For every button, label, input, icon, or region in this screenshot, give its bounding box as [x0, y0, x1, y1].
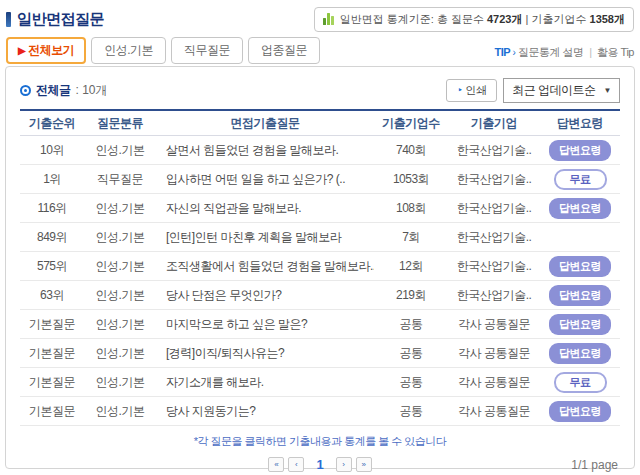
row-company-count: 108회: [374, 200, 448, 217]
row-rank: 849위: [20, 229, 84, 246]
table-row[interactable]: 849위 인성.기본 [인턴]인턴 마친후 계획을 말해보라 7회 한국산업기술…: [20, 223, 620, 252]
col-header-company: 기출기업: [448, 115, 540, 132]
col-header-question: 면접기출질문: [156, 115, 374, 132]
top-header: 일반면접질문 일반면접 통계기준: 총 질문수 4723개 | 기출기업수 13…: [0, 0, 640, 32]
total-question-count: 4723개: [487, 13, 522, 25]
row-rank: 10위: [20, 142, 84, 159]
tip-link-usage[interactable]: 활용 Tip: [597, 46, 634, 58]
pagination: « ‹ 1 › »: [20, 457, 620, 472]
chevron-down-icon: ▼: [604, 86, 611, 95]
row-question-link[interactable]: 살면서 힘들었던 경험을 말해보라.: [156, 142, 374, 159]
title-accent-bar: [6, 12, 11, 27]
row-rank: 기본질문: [20, 403, 84, 420]
row-company-count: 공통: [374, 345, 448, 362]
title-wrap: 일반면접질문: [6, 10, 104, 29]
general-interview-questions-page: 일반면접질문 일반면접 통계기준: 총 질문수 4723개 | 기출기업수 13…: [0, 0, 640, 475]
row-rank: 63위: [20, 287, 84, 304]
list-toolbar: 전체글 : 10개 ‣ 인쇄 최근 업데이트순 ▼: [20, 77, 620, 103]
tab-personality-basic[interactable]: 인성.기본: [91, 37, 166, 64]
table-header-row: 기출순위 질문분류 면접기출질문 기출기업수 기출기업 답변요령: [20, 109, 620, 136]
sort-dropdown-value: 최근 업데이트순: [512, 82, 595, 99]
table-row[interactable]: 기본질문 인성.기본 [경력]이직/퇴직사유는? 공통 각사 공통질문 답변요령: [20, 339, 620, 368]
col-header-count: 기출기업수: [374, 115, 448, 132]
answer-tip-button[interactable]: 답변요령: [549, 401, 611, 422]
row-category: 인성.기본: [84, 374, 156, 391]
tab-list: ▶전체보기 인성.기본 직무질문 업종질문: [6, 37, 320, 64]
tabs-row: ▶전체보기 인성.기본 직무질문 업종질문 TIP › 질문통계 설명 | 활용…: [0, 32, 640, 64]
free-button[interactable]: 무료: [554, 372, 607, 393]
row-question-link[interactable]: 자기소개를 해보라.: [156, 374, 374, 391]
table-row[interactable]: 63위 인성.기본 당사 단점은 무엇인가? 219회 한국산업기술.. 답변요…: [20, 281, 620, 310]
table-row[interactable]: 기본질문 인성.기본 당사 지원동기는? 공통 각사 공통질문 답변요령: [20, 397, 620, 426]
answer-tip-button[interactable]: 답변요령: [549, 198, 611, 219]
row-rank: 기본질문: [20, 345, 84, 362]
table-row[interactable]: 575위 인성.기본 조직생활에서 힘들었던 경험을 말해보라.. 12회 한국…: [20, 252, 620, 281]
row-action-cell: 답변요령: [540, 401, 620, 422]
row-company: 한국산업기술..: [448, 200, 540, 217]
row-question-link[interactable]: [경력]이직/퇴직사유는?: [156, 345, 374, 362]
questions-table: 기출순위 질문분류 면접기출질문 기출기업수 기출기업 답변요령 10위 인성.…: [20, 109, 620, 426]
table-row[interactable]: 116위 인성.기본 자신의 직업관을 말해보라. 108회 한국산업기술.. …: [20, 194, 620, 223]
tip-link-question-stats[interactable]: 질문통계 설명: [518, 46, 584, 58]
row-company: 각사 공통질문: [448, 345, 540, 362]
bar-chart-icon: [323, 13, 334, 25]
page-title: 일반면접질문: [17, 10, 104, 29]
toolbar-right: ‣ 인쇄 최근 업데이트순 ▼: [446, 78, 620, 103]
row-action-cell: 답변요령: [540, 140, 620, 161]
tab-all[interactable]: ▶전체보기: [6, 37, 86, 64]
row-company-count: 219회: [374, 287, 448, 304]
total-posts-label: 전체글: [36, 82, 71, 99]
row-question-link[interactable]: 당사 단점은 무엇인가?: [156, 287, 374, 304]
row-category: 인성.기본: [84, 287, 156, 304]
stats-summary-box: 일반면접 통계기준: 총 질문수 4723개 | 기출기업수 1358개: [314, 7, 634, 32]
answer-tip-button[interactable]: 답변요령: [549, 285, 611, 306]
row-question-link[interactable]: [인턴]인턴 마친후 계획을 말해보라: [156, 229, 374, 246]
table-row[interactable]: 기본질문 인성.기본 마지막으로 하고 싶은 말은? 공통 각사 공통질문 답변…: [20, 310, 620, 339]
col-header-category: 질문분류: [84, 115, 156, 132]
row-rank: 기본질문: [20, 374, 84, 391]
sort-dropdown[interactable]: 최근 업데이트순 ▼: [503, 78, 620, 103]
row-category: 인성.기본: [84, 258, 156, 275]
print-button[interactable]: ‣ 인쇄: [446, 79, 497, 102]
row-rank: 116위: [20, 200, 84, 217]
answer-tip-button[interactable]: 답변요령: [549, 343, 611, 364]
pagination-first-icon[interactable]: «: [268, 457, 284, 472]
row-company-count: 공통: [374, 403, 448, 420]
row-rank: 575위: [20, 258, 84, 275]
table-row[interactable]: 1위 직무질문 입사하면 어떤 일을 하고 싶은가? (.. 1053회 한국산…: [20, 165, 620, 194]
row-company: 각사 공통질문: [448, 403, 540, 420]
row-company-count: 공통: [374, 316, 448, 333]
row-action-cell: 무료: [540, 169, 620, 190]
tab-industry-question[interactable]: 업종질문: [248, 37, 320, 64]
total-posts: 전체글 : 10개: [20, 82, 108, 99]
main-container: 전체글 : 10개 ‣ 인쇄 최근 업데이트순 ▼ 기출순위 질문분류 면접기출…: [5, 66, 635, 469]
row-company: 한국산업기술..: [448, 171, 540, 188]
row-category: 인성.기본: [84, 142, 156, 159]
free-button[interactable]: 무료: [554, 169, 607, 190]
pagination-prev-icon[interactable]: ‹: [288, 457, 304, 472]
row-question-link[interactable]: 마지막으로 하고 싶은 말은?: [156, 316, 374, 333]
total-company-count: 1358개: [590, 13, 625, 25]
row-question-link[interactable]: 당사 지원동기는?: [156, 403, 374, 420]
row-company-count: 7회: [374, 229, 448, 246]
table-row[interactable]: 기본질문 인성.기본 자기소개를 해보라. 공통 각사 공통질문 무료: [20, 368, 620, 397]
stats-text: 일반면접 통계기준: 총 질문수 4723개 | 기출기업수 1358개: [340, 12, 625, 27]
row-question-link[interactable]: 자신의 직업관을 말해보라.: [156, 200, 374, 217]
pagination-next-icon[interactable]: ›: [336, 457, 352, 472]
answer-tip-button[interactable]: 답변요령: [549, 314, 611, 335]
row-question-link[interactable]: 입사하면 어떤 일을 하고 싶은가? (..: [156, 171, 374, 188]
tab-job-question[interactable]: 직무질문: [171, 37, 243, 64]
tip-area: TIP › 질문통계 설명 | 활용 Tip: [494, 45, 634, 64]
answer-tip-button[interactable]: 답변요령: [549, 140, 611, 161]
total-posts-count: : 10개: [76, 82, 108, 99]
table-row[interactable]: 10위 인성.기본 살면서 힘들었던 경험을 말해보라. 740회 한국산업기술…: [20, 136, 620, 165]
pagination-last-icon[interactable]: »: [356, 457, 372, 472]
row-question-link[interactable]: 조직생활에서 힘들었던 경험을 말해보라..: [156, 258, 374, 275]
row-action-cell: 답변요령: [540, 256, 620, 277]
tip-label: TIP: [494, 46, 510, 58]
row-company-count: 12회: [374, 258, 448, 275]
answer-tip-button[interactable]: 답변요령: [549, 256, 611, 277]
row-company: 한국산업기술..: [448, 229, 540, 246]
tip-divider: |: [589, 46, 591, 58]
page-info: 1/1 page: [571, 458, 618, 472]
